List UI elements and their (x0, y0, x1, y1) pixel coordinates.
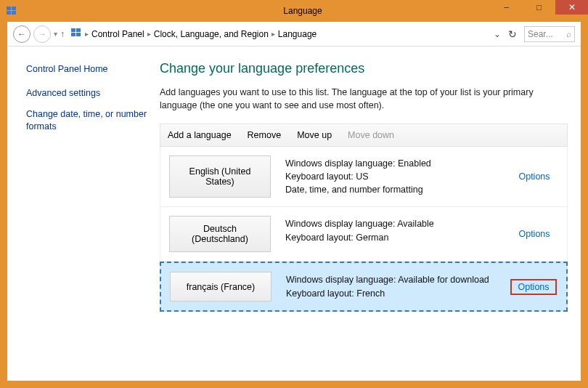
language-info-line: Keyboard layout: German (285, 231, 496, 244)
svg-rect-6 (71, 33, 75, 36)
titlebar: Language – □ ✕ (0, 0, 588, 22)
command-bar: Add a language Remove Move up Move down (160, 124, 568, 147)
svg-rect-3 (12, 11, 16, 15)
recent-dropdown-icon[interactable]: ▾ (54, 30, 57, 38)
options-link[interactable]: Options (518, 171, 550, 182)
search-icon: ⌕ (566, 29, 571, 39)
sidebar: Control Panel Home Advanced settings Cha… (7, 47, 160, 381)
breadcrumb-sep-icon: ▸ (271, 30, 275, 38)
language-info-line: Windows display language: Available (285, 217, 496, 230)
language-name-tile: français (France) (170, 272, 271, 301)
main-panel: Change your language preferences Add lan… (160, 47, 581, 381)
svg-rect-2 (7, 11, 11, 15)
language-options-cell: Options (502, 147, 567, 206)
language-row[interactable]: français (France)Windows display languag… (160, 262, 568, 311)
move-down-button[interactable]: Move down (348, 130, 394, 140)
breadcrumb-dropdown-icon[interactable]: ⌄ (494, 29, 501, 39)
svg-rect-7 (76, 33, 81, 36)
options-link[interactable]: Options (518, 229, 550, 239)
language-info: Windows display language: Available for … (280, 263, 501, 310)
refresh-button[interactable]: ↻ (508, 28, 517, 40)
page-heading: Change your language preferences (160, 61, 568, 76)
language-info-line: Date, time, and number formatting (285, 183, 496, 196)
control-panel-home-link[interactable]: Control Panel Home (26, 64, 151, 74)
forward-button[interactable]: → (33, 25, 51, 43)
location-icon (70, 27, 82, 41)
minimize-button[interactable]: – (490, 0, 523, 15)
language-info-line: Keyboard layout: French (286, 287, 495, 300)
language-options-cell: Options (502, 207, 567, 261)
breadcrumb-sep-icon: ▸ (85, 30, 89, 38)
add-language-button[interactable]: Add a language (168, 130, 232, 140)
back-button[interactable]: ← (13, 25, 30, 43)
language-name-tile: Deutsch (Deutschland) (169, 216, 271, 252)
maximize-button[interactable]: □ (523, 0, 555, 15)
language-list: English (United States)Windows display l… (160, 147, 568, 312)
svg-rect-0 (7, 7, 11, 10)
language-options-cell: Options (501, 263, 566, 310)
svg-rect-1 (12, 7, 16, 10)
app-icon (6, 5, 17, 17)
options-link[interactable]: Options (510, 279, 556, 295)
svg-rect-5 (76, 28, 81, 32)
svg-rect-4 (71, 28, 75, 32)
close-button[interactable]: ✕ (555, 0, 588, 15)
search-placeholder: Sear... (528, 29, 553, 39)
language-info-line: Keyboard layout: US (285, 170, 496, 183)
up-button[interactable]: ↑ (60, 29, 65, 39)
breadcrumb-clock-lang-region[interactable]: Clock, Language, and Region (154, 29, 269, 39)
sidebar-link-date-time-formats[interactable]: Change date, time, or number formats (26, 108, 151, 133)
language-info-line: Windows display language: Available for … (286, 273, 495, 286)
language-row[interactable]: English (United States)Windows display l… (160, 147, 568, 207)
language-info: Windows display language: EnabledKeyboar… (279, 147, 502, 206)
language-info-line: Windows display language: Enabled (285, 157, 496, 170)
language-info: Windows display language: AvailableKeybo… (279, 207, 502, 261)
move-up-button[interactable]: Move up (297, 130, 332, 140)
language-row[interactable]: Deutsch (Deutschland)Windows display lan… (160, 207, 568, 262)
window-frame: Language – □ ✕ ← → ▾ ↑ ▸ Control Panel ▸… (0, 0, 588, 388)
sidebar-link-advanced-settings[interactable]: Advanced settings (26, 87, 151, 100)
breadcrumb-control-panel[interactable]: Control Panel (91, 29, 144, 39)
language-name-tile: English (United States) (169, 155, 271, 198)
breadcrumb-sep-icon: ▸ (147, 30, 151, 38)
remove-button[interactable]: Remove (248, 130, 282, 140)
search-input[interactable]: Sear... ⌕ (524, 26, 575, 42)
breadcrumb-language[interactable]: Language (278, 29, 317, 39)
nav-toolbar: ← → ▾ ↑ ▸ Control Panel ▸ Clock, Languag… (7, 22, 581, 47)
page-description: Add languages you want to use to this li… (160, 86, 537, 112)
